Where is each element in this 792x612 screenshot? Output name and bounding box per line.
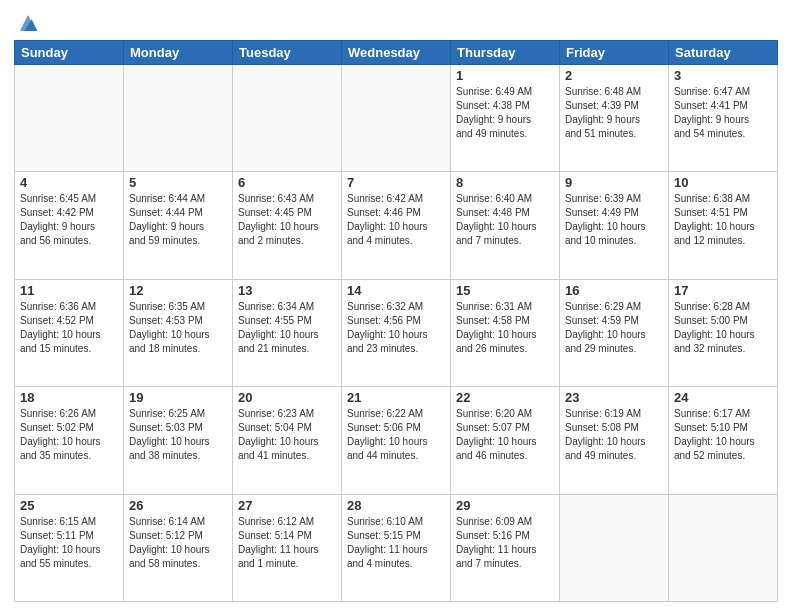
day-number: 16 [565, 283, 663, 298]
day-number: 22 [456, 390, 554, 405]
calendar-empty-cell [233, 65, 342, 172]
calendar-day-19: 19Sunrise: 6:25 AM Sunset: 5:03 PM Dayli… [124, 387, 233, 494]
day-number: 25 [20, 498, 118, 513]
day-number: 1 [456, 68, 554, 83]
day-number: 9 [565, 175, 663, 190]
calendar-day-25: 25Sunrise: 6:15 AM Sunset: 5:11 PM Dayli… [15, 494, 124, 601]
day-info: Sunrise: 6:44 AM Sunset: 4:44 PM Dayligh… [129, 192, 227, 248]
day-number: 12 [129, 283, 227, 298]
calendar-day-8: 8Sunrise: 6:40 AM Sunset: 4:48 PM Daylig… [451, 172, 560, 279]
day-info: Sunrise: 6:38 AM Sunset: 4:51 PM Dayligh… [674, 192, 772, 248]
day-info: Sunrise: 6:25 AM Sunset: 5:03 PM Dayligh… [129, 407, 227, 463]
day-info: Sunrise: 6:48 AM Sunset: 4:39 PM Dayligh… [565, 85, 663, 141]
day-number: 23 [565, 390, 663, 405]
calendar: SundayMondayTuesdayWednesdayThursdayFrid… [14, 40, 778, 602]
day-info: Sunrise: 6:15 AM Sunset: 5:11 PM Dayligh… [20, 515, 118, 571]
day-number: 8 [456, 175, 554, 190]
calendar-day-14: 14Sunrise: 6:32 AM Sunset: 4:56 PM Dayli… [342, 279, 451, 386]
day-number: 21 [347, 390, 445, 405]
day-info: Sunrise: 6:17 AM Sunset: 5:10 PM Dayligh… [674, 407, 772, 463]
col-header-saturday: Saturday [669, 41, 778, 65]
day-info: Sunrise: 6:45 AM Sunset: 4:42 PM Dayligh… [20, 192, 118, 248]
col-header-tuesday: Tuesday [233, 41, 342, 65]
calendar-day-29: 29Sunrise: 6:09 AM Sunset: 5:16 PM Dayli… [451, 494, 560, 601]
day-info: Sunrise: 6:10 AM Sunset: 5:15 PM Dayligh… [347, 515, 445, 571]
logo [14, 14, 39, 34]
calendar-day-9: 9Sunrise: 6:39 AM Sunset: 4:49 PM Daylig… [560, 172, 669, 279]
day-number: 3 [674, 68, 772, 83]
day-info: Sunrise: 6:12 AM Sunset: 5:14 PM Dayligh… [238, 515, 336, 571]
calendar-day-16: 16Sunrise: 6:29 AM Sunset: 4:59 PM Dayli… [560, 279, 669, 386]
day-number: 15 [456, 283, 554, 298]
day-info: Sunrise: 6:09 AM Sunset: 5:16 PM Dayligh… [456, 515, 554, 571]
day-info: Sunrise: 6:35 AM Sunset: 4:53 PM Dayligh… [129, 300, 227, 356]
day-info: Sunrise: 6:28 AM Sunset: 5:00 PM Dayligh… [674, 300, 772, 356]
day-number: 27 [238, 498, 336, 513]
day-info: Sunrise: 6:23 AM Sunset: 5:04 PM Dayligh… [238, 407, 336, 463]
calendar-week-row: 1Sunrise: 6:49 AM Sunset: 4:38 PM Daylig… [15, 65, 778, 172]
calendar-day-11: 11Sunrise: 6:36 AM Sunset: 4:52 PM Dayli… [15, 279, 124, 386]
day-info: Sunrise: 6:20 AM Sunset: 5:07 PM Dayligh… [456, 407, 554, 463]
col-header-sunday: Sunday [15, 41, 124, 65]
day-number: 2 [565, 68, 663, 83]
calendar-day-12: 12Sunrise: 6:35 AM Sunset: 4:53 PM Dayli… [124, 279, 233, 386]
day-number: 19 [129, 390, 227, 405]
calendar-empty-cell [124, 65, 233, 172]
calendar-empty-cell [560, 494, 669, 601]
day-info: Sunrise: 6:34 AM Sunset: 4:55 PM Dayligh… [238, 300, 336, 356]
day-number: 17 [674, 283, 772, 298]
calendar-empty-cell [15, 65, 124, 172]
calendar-week-row: 25Sunrise: 6:15 AM Sunset: 5:11 PM Dayli… [15, 494, 778, 601]
day-info: Sunrise: 6:19 AM Sunset: 5:08 PM Dayligh… [565, 407, 663, 463]
calendar-day-23: 23Sunrise: 6:19 AM Sunset: 5:08 PM Dayli… [560, 387, 669, 494]
calendar-day-15: 15Sunrise: 6:31 AM Sunset: 4:58 PM Dayli… [451, 279, 560, 386]
day-info: Sunrise: 6:29 AM Sunset: 4:59 PM Dayligh… [565, 300, 663, 356]
day-info: Sunrise: 6:36 AM Sunset: 4:52 PM Dayligh… [20, 300, 118, 356]
day-info: Sunrise: 6:14 AM Sunset: 5:12 PM Dayligh… [129, 515, 227, 571]
day-number: 28 [347, 498, 445, 513]
day-info: Sunrise: 6:42 AM Sunset: 4:46 PM Dayligh… [347, 192, 445, 248]
col-header-wednesday: Wednesday [342, 41, 451, 65]
calendar-day-10: 10Sunrise: 6:38 AM Sunset: 4:51 PM Dayli… [669, 172, 778, 279]
calendar-day-1: 1Sunrise: 6:49 AM Sunset: 4:38 PM Daylig… [451, 65, 560, 172]
calendar-day-21: 21Sunrise: 6:22 AM Sunset: 5:06 PM Dayli… [342, 387, 451, 494]
calendar-day-5: 5Sunrise: 6:44 AM Sunset: 4:44 PM Daylig… [124, 172, 233, 279]
day-number: 7 [347, 175, 445, 190]
col-header-friday: Friday [560, 41, 669, 65]
col-header-thursday: Thursday [451, 41, 560, 65]
day-number: 18 [20, 390, 118, 405]
day-info: Sunrise: 6:40 AM Sunset: 4:48 PM Dayligh… [456, 192, 554, 248]
day-info: Sunrise: 6:26 AM Sunset: 5:02 PM Dayligh… [20, 407, 118, 463]
calendar-day-28: 28Sunrise: 6:10 AM Sunset: 5:15 PM Dayli… [342, 494, 451, 601]
day-number: 29 [456, 498, 554, 513]
day-info: Sunrise: 6:31 AM Sunset: 4:58 PM Dayligh… [456, 300, 554, 356]
day-info: Sunrise: 6:22 AM Sunset: 5:06 PM Dayligh… [347, 407, 445, 463]
day-info: Sunrise: 6:39 AM Sunset: 4:49 PM Dayligh… [565, 192, 663, 248]
calendar-day-4: 4Sunrise: 6:45 AM Sunset: 4:42 PM Daylig… [15, 172, 124, 279]
calendar-day-6: 6Sunrise: 6:43 AM Sunset: 4:45 PM Daylig… [233, 172, 342, 279]
calendar-day-2: 2Sunrise: 6:48 AM Sunset: 4:39 PM Daylig… [560, 65, 669, 172]
calendar-day-18: 18Sunrise: 6:26 AM Sunset: 5:02 PM Dayli… [15, 387, 124, 494]
calendar-week-row: 4Sunrise: 6:45 AM Sunset: 4:42 PM Daylig… [15, 172, 778, 279]
calendar-header-row: SundayMondayTuesdayWednesdayThursdayFrid… [15, 41, 778, 65]
calendar-day-24: 24Sunrise: 6:17 AM Sunset: 5:10 PM Dayli… [669, 387, 778, 494]
day-number: 20 [238, 390, 336, 405]
calendar-week-row: 18Sunrise: 6:26 AM Sunset: 5:02 PM Dayli… [15, 387, 778, 494]
col-header-monday: Monday [124, 41, 233, 65]
day-number: 26 [129, 498, 227, 513]
day-number: 10 [674, 175, 772, 190]
calendar-day-22: 22Sunrise: 6:20 AM Sunset: 5:07 PM Dayli… [451, 387, 560, 494]
day-number: 6 [238, 175, 336, 190]
calendar-empty-cell [342, 65, 451, 172]
calendar-day-3: 3Sunrise: 6:47 AM Sunset: 4:41 PM Daylig… [669, 65, 778, 172]
day-number: 14 [347, 283, 445, 298]
calendar-day-26: 26Sunrise: 6:14 AM Sunset: 5:12 PM Dayli… [124, 494, 233, 601]
calendar-empty-cell [669, 494, 778, 601]
day-number: 24 [674, 390, 772, 405]
calendar-day-17: 17Sunrise: 6:28 AM Sunset: 5:00 PM Dayli… [669, 279, 778, 386]
calendar-day-7: 7Sunrise: 6:42 AM Sunset: 4:46 PM Daylig… [342, 172, 451, 279]
day-number: 5 [129, 175, 227, 190]
day-number: 13 [238, 283, 336, 298]
calendar-day-20: 20Sunrise: 6:23 AM Sunset: 5:04 PM Dayli… [233, 387, 342, 494]
day-number: 4 [20, 175, 118, 190]
